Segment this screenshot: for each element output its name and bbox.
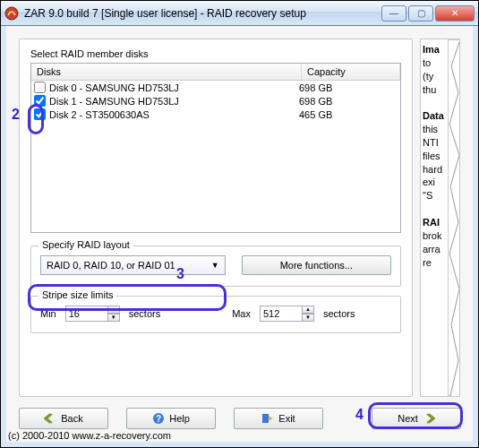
spin-down-icon[interactable]: ▼ bbox=[107, 314, 120, 322]
stripe-label: Stripe size limits bbox=[38, 289, 116, 300]
close-button[interactable]: ✕ bbox=[435, 5, 475, 22]
client-area: Select RAID member disks Disks Capacity … bbox=[1, 26, 478, 447]
footer-copyright: (c) 2000-2010 www.z-a-recovery.com bbox=[8, 430, 171, 441]
exit-icon bbox=[261, 412, 274, 425]
arrow-left-icon bbox=[44, 412, 56, 425]
stripe-min-input[interactable] bbox=[65, 306, 108, 322]
disk-row[interactable]: Disk 2 - ST3500630AS 465 GB bbox=[31, 108, 400, 121]
stripe-group: Stripe size limits Min ▲▼ sectors Max ▲▼… bbox=[30, 296, 401, 333]
raid-layout-label: Specify RAID layout bbox=[38, 239, 133, 250]
side-heading: Ima bbox=[423, 44, 440, 55]
raid-layout-select[interactable]: RAID 0, RAID 10, or RAID 01 ▼ bbox=[40, 255, 226, 275]
disk-row[interactable]: Disk 1 - SAMSUNG HD753LJ 698 GB bbox=[31, 94, 400, 108]
disk-name: Disk 2 - ST3500630AS bbox=[49, 109, 299, 120]
exit-button[interactable]: Exit bbox=[234, 408, 323, 429]
side-heading: Data bbox=[423, 110, 444, 121]
arrow-right-icon bbox=[423, 412, 435, 425]
next-label: Next bbox=[398, 413, 418, 424]
window-title: ZAR 9.0 build 7 [Single user license] - … bbox=[24, 7, 381, 20]
stripe-max-input[interactable] bbox=[260, 306, 303, 322]
spin-up-icon[interactable]: ▲ bbox=[302, 306, 314, 314]
bottom-bar: Back ? Help Exit Next bbox=[19, 406, 461, 431]
torn-edge bbox=[448, 39, 460, 396]
back-button[interactable]: Back bbox=[19, 408, 108, 429]
chevron-down-icon: ▼ bbox=[211, 261, 219, 270]
disk-capacity: 698 GB bbox=[299, 96, 398, 107]
disk-checkbox[interactable] bbox=[34, 82, 46, 93]
disk-row[interactable]: Disk 0 - SAMSUNG HD753LJ 698 GB bbox=[31, 81, 400, 94]
disk-capacity: 698 GB bbox=[299, 82, 398, 93]
header-disks[interactable]: Disks bbox=[31, 64, 302, 80]
stripe-unit: sectors bbox=[129, 308, 160, 319]
stripe-min-field[interactable]: ▲▼ bbox=[65, 306, 120, 322]
disk-name: Disk 1 - SAMSUNG HD753LJ bbox=[49, 96, 299, 107]
minimize-button[interactable]: — bbox=[381, 5, 406, 22]
disk-name: Disk 0 - SAMSUNG HD753LJ bbox=[49, 82, 299, 93]
help-icon: ? bbox=[152, 412, 165, 425]
header-capacity[interactable]: Capacity bbox=[302, 64, 400, 80]
spin-down-icon[interactable]: ▼ bbox=[302, 314, 314, 322]
exit-label: Exit bbox=[278, 413, 295, 424]
stripe-unit: sectors bbox=[323, 308, 355, 319]
spin-up-icon[interactable]: ▲ bbox=[107, 306, 120, 314]
stripe-max-field[interactable]: ▲▼ bbox=[260, 306, 314, 322]
svg-text:?: ? bbox=[156, 414, 161, 424]
svg-point-0 bbox=[5, 7, 18, 20]
more-functions-label: More functions... bbox=[280, 260, 353, 271]
help-label: Help bbox=[169, 413, 190, 424]
raid-layout-group: Specify RAID layout RAID 0, RAID 10, or … bbox=[30, 246, 401, 287]
disk-list-header: Disks Capacity bbox=[31, 64, 400, 81]
svg-rect-3 bbox=[262, 414, 269, 423]
main-panel: Select RAID member disks Disks Capacity … bbox=[19, 39, 413, 397]
stripe-min-label: Min bbox=[40, 308, 56, 319]
select-disks-label: Select RAID member disks bbox=[30, 48, 401, 59]
app-icon bbox=[4, 6, 19, 21]
next-button[interactable]: Next bbox=[372, 408, 461, 429]
disk-checkbox[interactable] bbox=[34, 95, 46, 107]
maximize-button[interactable]: ▢ bbox=[408, 5, 433, 22]
back-label: Back bbox=[61, 413, 82, 424]
raid-layout-selected: RAID 0, RAID 10, or RAID 01 bbox=[47, 260, 175, 271]
titlebar: ZAR 9.0 build 7 [Single user license] - … bbox=[1, 1, 478, 26]
more-functions-button[interactable]: More functions... bbox=[242, 255, 391, 275]
side-heading: RAI bbox=[423, 217, 440, 228]
window-buttons: — ▢ ✕ bbox=[381, 5, 475, 22]
disk-capacity: 465 GB bbox=[299, 109, 398, 120]
stripe-max-label: Max bbox=[232, 308, 251, 319]
disk-list: Disks Capacity Disk 0 - SAMSUNG HD753LJ … bbox=[30, 63, 401, 233]
side-panel: Ima to (ty thu Data this NTI files hard … bbox=[420, 39, 460, 397]
help-button[interactable]: ? Help bbox=[126, 408, 216, 429]
disk-checkbox[interactable] bbox=[34, 108, 46, 120]
